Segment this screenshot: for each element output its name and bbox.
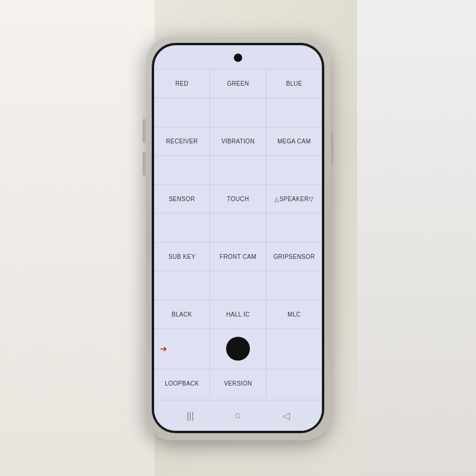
black-button[interactable]: BLACK [154, 300, 209, 328]
red-button[interactable]: RED [154, 70, 209, 98]
front-camera-hole [234, 54, 242, 62]
version-button[interactable]: VERSION [209, 369, 265, 397]
back-icon[interactable]: ◁ [283, 410, 290, 421]
blue-button[interactable]: BLUE [266, 70, 322, 98]
loopback-button[interactable]: LOOPBACK [154, 369, 209, 397]
spacer-cell [209, 98, 265, 126]
grid-row-spacer-4 [154, 271, 322, 299]
arrow-indicator: ➜ [160, 344, 167, 353]
front-cam-button[interactable]: FRONT CAM [209, 243, 265, 271]
grid-row-circle: ➜ [154, 328, 322, 368]
green-button[interactable]: GREEN [209, 70, 265, 98]
grid-row-bottom: LOOPBACK VERSION [154, 369, 322, 397]
surface-right [357, 0, 476, 476]
spacer-cell [266, 271, 322, 299]
grid-row: SENSOR TOUCH △SPEAKER▽ [154, 184, 322, 213]
spacer-cell [209, 156, 265, 184]
recents-icon[interactable]: ||| [186, 411, 193, 421]
phone-screen: RED GREEN BLUE [154, 45, 322, 431]
home-icon[interactable]: ○ [235, 409, 242, 422]
phone-bezel: RED GREEN BLUE [152, 43, 324, 433]
spacer-cell [209, 271, 265, 299]
grid-row: RECEIVER VIBRATION MEGA CAM [154, 127, 322, 155]
spacer-cell [266, 156, 322, 184]
grid-row-spacer-1 [154, 98, 322, 126]
mega-cam-button[interactable]: MEGA CAM [266, 127, 322, 155]
version-indicator-cell [209, 329, 265, 368]
volume-up-button[interactable] [143, 119, 146, 143]
empty-cell [266, 369, 322, 397]
volume-down-button[interactable] [143, 152, 146, 176]
grid-row-spacer-3 [154, 213, 322, 242]
loopback-indicator-cell: ➜ [154, 329, 209, 368]
spacer-cell [154, 156, 209, 184]
navigation-bar: ||| ○ ◁ [154, 400, 322, 431]
speaker-button[interactable]: △SPEAKER▽ [266, 185, 322, 213]
mlc-button[interactable]: MLC [266, 300, 322, 328]
spacer-cell [154, 271, 209, 299]
diagnostic-grid: RED GREEN BLUE [154, 69, 322, 397]
black-circle-indicator [226, 337, 250, 361]
grid-row-spacer-2 [154, 155, 322, 184]
receiver-button[interactable]: RECEIVER [154, 127, 209, 155]
vibration-button[interactable]: VIBRATION [209, 127, 265, 155]
surface-left [0, 0, 155, 476]
spacer-cell [266, 98, 322, 126]
phone-outer: RED GREEN BLUE [146, 36, 330, 440]
power-button[interactable] [330, 131, 333, 164]
grip-sensor-button[interactable]: GRIPSENSOR [266, 243, 322, 271]
spacer-cell [154, 214, 209, 242]
grid-row: BLACK HALL IC MLC [154, 300, 322, 328]
touch-button[interactable]: TOUCH [209, 185, 265, 213]
sub-key-button[interactable]: SUB KEY [154, 243, 209, 271]
spacer-cell [266, 214, 322, 242]
grid-row: SUB KEY FRONT CAM GRIPSENSOR [154, 242, 322, 271]
spacer-cell [209, 214, 265, 242]
scene: RED GREEN BLUE [0, 0, 476, 476]
grid-row: RED GREEN BLUE [154, 69, 322, 98]
sensor-button[interactable]: SENSOR [154, 185, 209, 213]
spacer-cell [266, 329, 322, 368]
spacer-cell [154, 98, 209, 126]
hall-ic-button[interactable]: HALL IC [209, 300, 265, 328]
